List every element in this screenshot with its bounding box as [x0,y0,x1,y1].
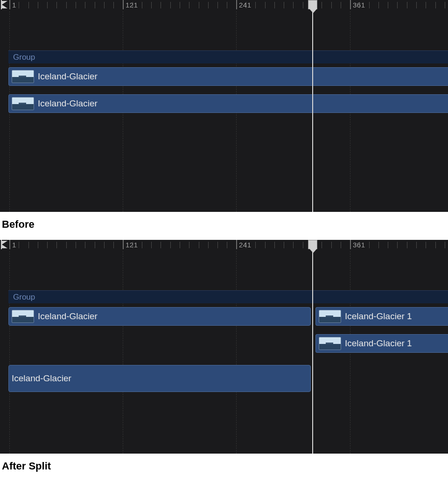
playhead-head-icon[interactable] [308,240,317,249]
ruler-label: 241 [239,1,252,9]
ruler-label: 1 [12,1,16,9]
clip-iceland-glacier-right-1[interactable]: Iceland-Glacier 1 [315,307,448,326]
clip-iceland-glacier-2[interactable]: Iceland-Glacier [8,94,448,113]
clip-label: Iceland-Glacier [12,373,71,384]
caption-before: Before [0,212,448,240]
playhead[interactable] [312,240,313,454]
start-marker-icon[interactable] [2,241,7,248]
group-label: Group [13,293,35,302]
start-marker-icon[interactable] [2,1,7,8]
ruler-label: 361 [353,241,365,249]
ruler-label: 241 [239,241,252,249]
ruler[interactable]: 1121241361 [0,240,448,251]
ruler-label: 361 [353,1,365,9]
ruler-label: 121 [126,1,138,9]
timeline-after: 1121241361 Group Iceland-Glacier Iceland… [0,240,448,454]
clip-thumbnail-icon [319,337,341,350]
group-label: Group [13,53,35,62]
clip-iceland-glacier-left-1[interactable]: Iceland-Glacier [8,307,311,326]
clip-label: Iceland-Glacier [38,311,98,322]
clip-iceland-glacier-1[interactable]: Iceland-Glacier [8,67,448,86]
group-header[interactable]: Group [8,50,448,63]
playhead-head-icon[interactable] [308,0,317,9]
clip-thumbnail-icon [12,97,34,110]
clip-label: Iceland-Glacier 1 [345,311,412,322]
clip-label: Iceland-Glacier 1 [345,338,412,349]
ruler-label: 1 [12,241,16,249]
ruler[interactable]: 1121241361 [0,0,448,11]
clip-label: Iceland-Glacier [38,71,98,82]
clip-iceland-glacier-left-2[interactable]: Iceland-Glacier [8,365,311,392]
ruler-label: 121 [126,241,138,249]
clip-thumbnail-icon [12,70,34,83]
caption-after: After Split [0,454,448,482]
clip-iceland-glacier-right-2[interactable]: Iceland-Glacier 1 [315,334,448,353]
clip-thumbnail-icon [319,310,341,323]
clip-label: Iceland-Glacier [38,98,98,109]
playhead[interactable] [312,0,313,212]
group-header[interactable]: Group [8,290,448,303]
timeline-before: 1121241361 Group Iceland-Glacier Iceland… [0,0,448,212]
clip-thumbnail-icon [12,310,34,323]
